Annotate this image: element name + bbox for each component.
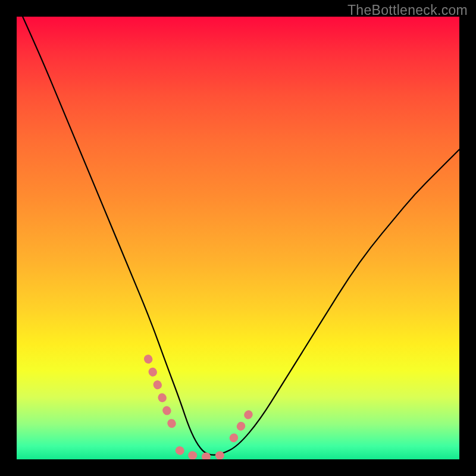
outer-frame: TheBottleneck.com: [0, 0, 476, 476]
bottleneck-curve: [17, 17, 459, 455]
highlight-stroke: [180, 450, 223, 456]
highlight-segments: [148, 359, 250, 456]
chart-svg: [17, 17, 459, 459]
watermark-text: TheBottleneck.com: [347, 2, 468, 18]
chart-plot-area: [17, 17, 459, 459]
